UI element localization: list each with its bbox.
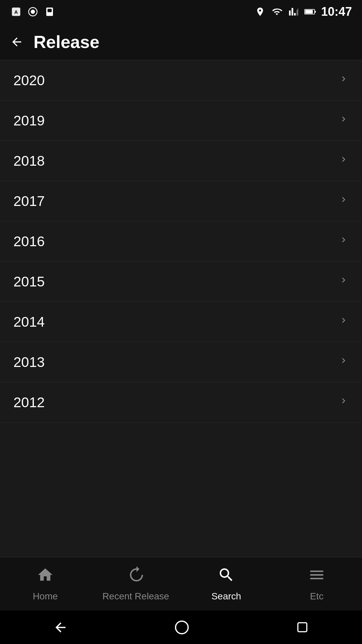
- android-nav-bar: [0, 610, 362, 644]
- list-item[interactable]: 2020: [0, 60, 362, 101]
- list-item[interactable]: 2018: [0, 141, 362, 181]
- year-label: 2018: [13, 153, 45, 169]
- svg-rect-7: [315, 11, 316, 12]
- android-home-button[interactable]: [174, 620, 189, 635]
- list-item[interactable]: 2019: [0, 101, 362, 141]
- year-label: 2017: [13, 193, 45, 209]
- search-icon: [218, 566, 235, 588]
- chevron-right-icon: [339, 273, 349, 290]
- chevron-right-icon: [339, 72, 349, 89]
- svg-point-3: [31, 10, 35, 14]
- back-button[interactable]: [10, 35, 23, 49]
- bottom-nav: Home Recent Release Search Etc: [0, 557, 362, 610]
- sim-icon: [44, 6, 56, 18]
- svg-rect-10: [298, 623, 307, 632]
- chevron-right-icon: [339, 193, 349, 210]
- android-recents-button[interactable]: [296, 621, 309, 634]
- year-label: 2020: [13, 72, 45, 89]
- svg-text:A: A: [14, 9, 18, 15]
- chevron-right-icon: [339, 314, 349, 330]
- status-bar: A: [0, 0, 362, 23]
- signal-icon: [288, 6, 300, 18]
- notification-icon-circle: [27, 6, 39, 18]
- year-label: 2012: [13, 394, 45, 411]
- home-icon: [37, 566, 54, 588]
- chevron-right-icon: [339, 354, 349, 371]
- list-item[interactable]: 2014: [0, 302, 362, 342]
- nav-recent-release[interactable]: Recent Release: [90, 566, 181, 602]
- list-item[interactable]: 2016: [0, 221, 362, 262]
- wifi-icon: [271, 6, 283, 18]
- chevron-right-icon: [339, 153, 349, 169]
- nav-search-label: Search: [212, 591, 241, 602]
- nav-home-label: Home: [33, 591, 58, 602]
- nav-home[interactable]: Home: [0, 566, 90, 602]
- android-back-button[interactable]: [53, 620, 68, 635]
- nav-recent-release-label: Recent Release: [102, 591, 169, 602]
- list-item[interactable]: 2012: [0, 382, 362, 423]
- svg-rect-5: [48, 9, 52, 12]
- page-title: Release: [34, 32, 100, 52]
- status-time: 10:47: [321, 5, 352, 19]
- chevron-right-icon: [339, 394, 349, 411]
- chevron-right-icon: [339, 233, 349, 250]
- list-item[interactable]: 2017: [0, 181, 362, 221]
- year-label: 2016: [13, 233, 45, 250]
- year-label: 2019: [13, 113, 45, 129]
- etc-icon: [308, 566, 325, 588]
- svg-point-9: [176, 621, 188, 634]
- status-icons-left: A: [10, 6, 56, 18]
- nav-etc-label: Etc: [310, 591, 323, 602]
- location-icon: [254, 6, 266, 18]
- chevron-right-icon: [339, 112, 349, 129]
- notification-icon-a: A: [10, 6, 22, 18]
- nav-search[interactable]: Search: [181, 566, 272, 602]
- svg-rect-8: [305, 10, 313, 14]
- year-label: 2015: [13, 274, 45, 290]
- list-item[interactable]: 2013: [0, 342, 362, 382]
- year-list: 202020192018201720162015201420132012: [0, 60, 362, 557]
- year-label: 2013: [13, 354, 45, 370]
- nav-etc[interactable]: Etc: [272, 566, 362, 602]
- year-label: 2014: [13, 314, 45, 330]
- recent-release-icon: [127, 566, 144, 588]
- battery-icon: [304, 6, 316, 18]
- top-bar: Release: [0, 23, 362, 60]
- status-icons-right: 10:47: [254, 5, 352, 19]
- list-item[interactable]: 2015: [0, 262, 362, 302]
